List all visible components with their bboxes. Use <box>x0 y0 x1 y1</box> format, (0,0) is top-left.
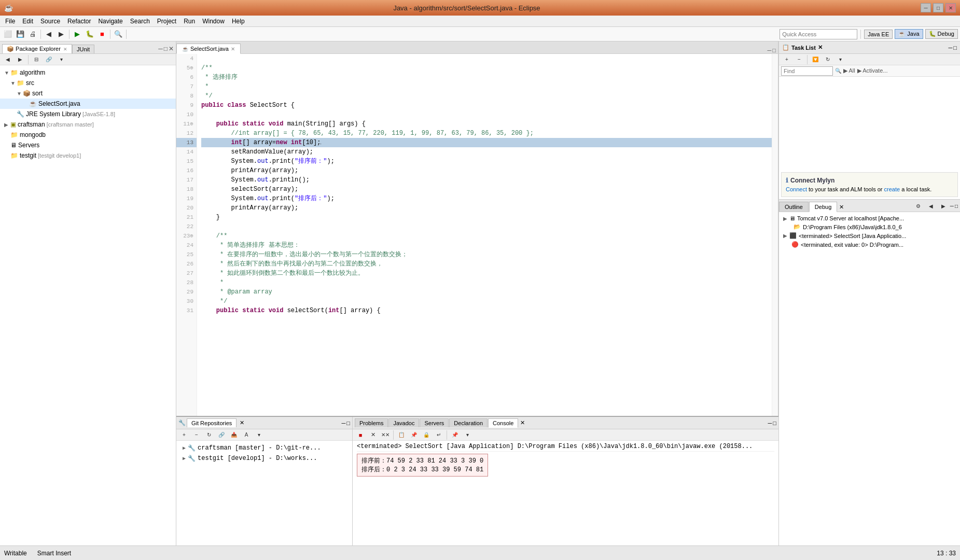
git-view-menu[interactable]: ▾ <box>253 429 265 441</box>
task-panel-maximize[interactable]: □ <box>953 45 957 51</box>
console-close-btn[interactable]: ✕ <box>520 419 525 426</box>
toolbar-stop[interactable]: ■ <box>96 29 108 40</box>
toolbar-search[interactable]: 🔍 <box>113 29 124 40</box>
task-list-close-btn[interactable]: ✕ <box>818 44 823 51</box>
menu-window[interactable]: Window <box>199 17 228 26</box>
pkg-link[interactable]: 🔗 <box>43 54 54 65</box>
panel-close-btn[interactable]: ✕ <box>169 45 174 52</box>
menu-help[interactable]: Help <box>229 17 248 26</box>
toolbar-new[interactable]: ⬜ <box>2 29 13 40</box>
console-terminate[interactable]: ■ <box>355 429 366 441</box>
tab-problems[interactable]: Problems <box>355 418 388 427</box>
task-sync[interactable]: ↻ <box>822 54 833 65</box>
toolbar-forward[interactable]: ▶ <box>55 29 67 40</box>
menu-navigate[interactable]: Navigate <box>95 17 126 26</box>
task-menu[interactable]: ▾ <box>834 54 846 65</box>
tab-close-pkg[interactable]: ✕ <box>63 47 67 52</box>
console-word-wrap[interactable]: ↵ <box>433 429 444 441</box>
mylyn-create-link[interactable]: create <box>884 186 900 192</box>
console-copy[interactable]: 📋 <box>396 429 407 441</box>
tab-servers[interactable]: Servers <box>420 418 449 427</box>
toolbar-back[interactable]: ◀ <box>43 29 54 40</box>
task-all-label[interactable]: ▶ All <box>843 67 855 74</box>
git-add-btn[interactable]: + <box>178 429 190 441</box>
task-panel-minimize[interactable]: ─ <box>949 45 953 51</box>
menu-file[interactable]: File <box>2 17 18 26</box>
tree-item-sort[interactable]: ▼ 📦 sort <box>0 88 176 99</box>
editor-tab-close[interactable]: ✕ <box>231 46 235 52</box>
console-pin[interactable]: 📌 <box>449 429 461 441</box>
console-paste[interactable]: 📌 <box>408 429 420 441</box>
tab-outline[interactable]: Outline <box>779 202 809 212</box>
git-remove-btn[interactable]: − <box>191 429 202 441</box>
outline-item-jdk[interactable]: 📂 D:\Program Files (x86)\Java\jdk1.8.0_6 <box>781 222 958 231</box>
tree-item-craftsman[interactable]: ▶ ▣ craftsman [craftsman master] <box>0 119 176 130</box>
editor-tab-selectsort[interactable]: ☕ SelectSort.java ✕ <box>176 44 241 54</box>
tab-junit[interactable]: JUnit <box>72 45 94 53</box>
menu-source[interactable]: Source <box>37 17 63 26</box>
pkg-menu[interactable]: ▾ <box>55 54 67 65</box>
tab-console[interactable]: Console <box>488 418 518 428</box>
tree-item-mongodb[interactable]: 📁 mongodb <box>0 130 176 140</box>
outline-btn2[interactable]: ◀ <box>925 200 937 212</box>
toolbar-run[interactable]: ▶ <box>72 29 83 40</box>
debug-perspective[interactable]: 🐛 Debug <box>925 29 958 39</box>
maximize-button[interactable]: □ <box>933 3 943 12</box>
git-repo-testgit[interactable]: ▶ 🔧 testgit [develop1] - D:\works... <box>180 453 348 464</box>
code-content[interactable]: /** * 选择排序 * */ public class SelectSort … <box>197 54 772 416</box>
editor-minimize-btn[interactable]: ─ <box>768 47 772 53</box>
close-button[interactable]: ✕ <box>945 3 956 12</box>
outline-btn3[interactable]: ▶ <box>938 200 949 212</box>
tab-debug[interactable]: Debug <box>809 202 837 212</box>
tree-item-src[interactable]: ▼ 📁 src <box>0 78 176 88</box>
console-remove-all[interactable]: ✕✕ <box>380 429 391 441</box>
git-menu-btn[interactable]: A <box>241 429 252 441</box>
tab-declaration[interactable]: Declaration <box>449 418 488 427</box>
outline-minimize[interactable]: ─ <box>950 203 954 209</box>
task-find-input[interactable] <box>781 66 833 76</box>
console-panel-maximize[interactable]: □ <box>773 420 776 426</box>
console-panel-minimize[interactable]: ─ <box>768 420 772 426</box>
tree-item-servers[interactable]: 🖥 Servers <box>0 140 176 150</box>
outline-item-tomcat[interactable]: ▶ 🖥 Tomcat v7.0 Server at localhost [Apa… <box>781 214 958 222</box>
outline-maximize[interactable]: □ <box>955 203 958 209</box>
outline-item-terminated-selectsort[interactable]: ▶ ⬛ <terminated> SelectSort [Java Applic… <box>781 231 958 240</box>
task-filter[interactable]: 🔽 <box>810 54 821 65</box>
task-new[interactable]: + <box>781 54 792 65</box>
menu-refactor[interactable]: Refactor <box>64 17 94 26</box>
tree-item-jre[interactable]: 🔧 JRE System Library [JavaSE-1.8] <box>0 109 176 119</box>
tree-item-testgit[interactable]: 📁 testgit [testgit develop1] <box>0 150 176 161</box>
quick-access-input[interactable] <box>780 29 857 39</box>
git-refresh-btn[interactable]: ↻ <box>203 429 215 441</box>
java-perspective[interactable]: ☕ Java <box>895 29 923 39</box>
toolbar-debug[interactable]: 🐛 <box>84 29 95 40</box>
menu-run[interactable]: Run <box>180 17 198 26</box>
git-repos-tab[interactable]: Git Repositories <box>187 418 236 427</box>
menu-project[interactable]: Project <box>154 17 179 26</box>
editor-maximize-btn[interactable]: □ <box>772 47 776 53</box>
code-editor[interactable]: 4 5⊕ 6 7 8 9 10 11⊕ 12 13 14 15 16 17 18… <box>176 54 778 416</box>
pkg-forward[interactable]: ▶ <box>15 54 26 65</box>
minimize-button[interactable]: ─ <box>921 3 931 12</box>
console-remove[interactable]: ✕ <box>367 429 379 441</box>
task-activate-label[interactable]: ▶ Activate... <box>857 67 888 74</box>
toolbar-save[interactable]: 💾 <box>15 29 26 40</box>
menu-search[interactable]: Search <box>127 17 153 26</box>
outline-btn1[interactable]: ⚙ <box>913 200 924 212</box>
java-ee-perspective[interactable]: Java EE <box>864 30 893 39</box>
pkg-back[interactable]: ◀ <box>2 54 13 65</box>
panel-minimize-btn[interactable]: ─ <box>158 45 163 52</box>
git-link-btn[interactable]: 🔗 <box>216 429 227 441</box>
mylyn-connect-link[interactable]: Connect <box>786 186 807 192</box>
task-remove[interactable]: − <box>794 54 805 65</box>
outline-item-terminated-exit[interactable]: 🔴 <terminated, exit value: 0> D:\Program… <box>781 240 958 249</box>
tab-javadoc[interactable]: Javadoc <box>388 418 419 427</box>
tree-item-selectsort[interactable]: ☕ SelectSort.java <box>0 99 176 109</box>
git-repo-craftsman[interactable]: ▶ 🔧 craftsman [master] - D:\git-re... <box>180 443 348 453</box>
toolbar-print[interactable]: 🖨 <box>27 29 38 40</box>
tree-item-algorithm[interactable]: ▼ 📁 algorithm <box>0 67 176 78</box>
outline-close-btn[interactable]: ✕ <box>839 204 844 212</box>
pkg-collapse[interactable]: ⊟ <box>31 54 42 65</box>
tab-package-explorer[interactable]: 📦 Package Explorer ✕ <box>2 44 72 53</box>
console-scroll-lock[interactable]: 🔒 <box>421 429 432 441</box>
